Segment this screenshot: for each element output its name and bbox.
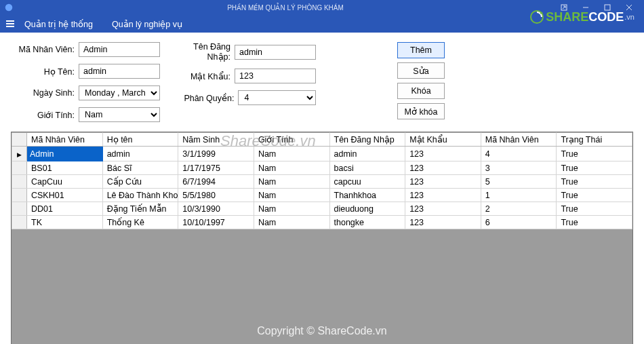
table-row[interactable]: BS01Bác Sĩ1/17/1975Nambacsi1233True bbox=[12, 161, 632, 175]
label-tendn: Tên Đăng Nhập: bbox=[174, 42, 230, 62]
app-icon bbox=[4, 3, 14, 12]
select-phanquyen[interactable]: 4 bbox=[238, 90, 316, 105]
svg-rect-8 bbox=[6, 26, 14, 27]
input-hoten[interactable] bbox=[79, 64, 160, 79]
sua-button[interactable]: Sửa bbox=[397, 62, 445, 79]
table-cell[interactable]: DD01 bbox=[27, 202, 103, 216]
table-cell[interactable]: 10/3/1990 bbox=[178, 202, 254, 216]
table-row[interactable]: TKThống Kê10/10/1997Namthongke1236True bbox=[12, 216, 632, 229]
table-cell[interactable]: dieuduong bbox=[329, 202, 405, 216]
table-cell[interactable]: Nam bbox=[254, 216, 329, 229]
input-tendn[interactable] bbox=[235, 45, 316, 60]
table-cell[interactable]: bacsi bbox=[329, 161, 405, 175]
table-cell[interactable]: 3 bbox=[481, 161, 557, 175]
label-gioitinh: Giới Tính: bbox=[18, 110, 75, 120]
menu-icon[interactable] bbox=[5, 19, 15, 28]
input-manv[interactable] bbox=[79, 42, 160, 57]
table-cell[interactable]: BS01 bbox=[27, 161, 103, 175]
table-cell[interactable]: 6 bbox=[481, 216, 557, 229]
table-cell[interactable]: admin bbox=[102, 147, 178, 161]
table-cell[interactable]: Đặng Tiến Mẫn bbox=[102, 202, 178, 216]
table-cell[interactable]: 4 bbox=[481, 147, 557, 161]
table-cell[interactable]: True bbox=[557, 202, 632, 216]
col-header[interactable]: Giới Tính bbox=[254, 133, 329, 147]
table-cell[interactable]: Cấp Cứu bbox=[102, 175, 178, 189]
table-cell[interactable]: Nam bbox=[254, 202, 329, 216]
table-cell[interactable]: True bbox=[557, 216, 632, 229]
table-cell[interactable]: CapCuu bbox=[27, 175, 103, 189]
table-cell[interactable]: Thanhkhoa bbox=[329, 189, 405, 202]
input-matkhau[interactable] bbox=[235, 69, 316, 83]
table-row[interactable]: ▶Adminadmin3/1/1999Namadmin1234True bbox=[12, 147, 632, 161]
table-cell[interactable]: Nam bbox=[254, 161, 329, 175]
table-cell[interactable]: 123 bbox=[405, 216, 481, 229]
col-header[interactable]: Mã Nhân Viên bbox=[481, 133, 557, 147]
table-cell[interactable]: 5 bbox=[481, 175, 557, 189]
select-ngaysinh[interactable]: Monday , March bbox=[79, 85, 160, 100]
khoa-button[interactable]: Khóa bbox=[397, 83, 445, 99]
table-cell[interactable]: Nam bbox=[254, 175, 329, 189]
col-header[interactable]: Họ tên bbox=[102, 133, 178, 147]
table-cell[interactable]: admin bbox=[329, 147, 405, 161]
table-row[interactable]: CSKH01Lê Đào Thành Khoa5/5/1980NamThanhk… bbox=[12, 189, 632, 202]
table-cell[interactable]: 1/17/1975 bbox=[178, 161, 254, 175]
label-phanquyen: Phân Quyền: bbox=[174, 93, 234, 103]
svg-rect-6 bbox=[6, 20, 14, 22]
col-header[interactable]: Mật Khẩu bbox=[405, 133, 481, 147]
data-grid[interactable]: Mã Nhân ViênHọ tênNăm SinhGiới TínhTên Đ… bbox=[11, 132, 633, 344]
col-header[interactable]: Tên Đăng Nhập bbox=[329, 133, 405, 147]
sharecode-logo: SHARECODE.vn bbox=[529, 9, 635, 24]
table-row[interactable]: CapCuuCấp Cứu6/7/1994Namcapcuu1235True bbox=[12, 175, 632, 189]
table-cell[interactable]: Lê Đào Thành Khoa bbox=[102, 189, 178, 202]
table-cell[interactable]: Nam bbox=[254, 189, 329, 202]
label-ngaysinh: Ngày Sinh: bbox=[18, 88, 75, 98]
table-cell[interactable]: Thống Kê bbox=[102, 216, 178, 229]
table-cell[interactable]: True bbox=[557, 147, 632, 161]
table-cell[interactable]: 2 bbox=[481, 202, 557, 216]
table-cell[interactable]: True bbox=[557, 175, 632, 189]
them-button[interactable]: Thêm bbox=[397, 42, 445, 58]
table-cell[interactable]: TK bbox=[27, 216, 103, 229]
mokhoa-button[interactable]: Mở khóa bbox=[397, 103, 445, 119]
table-cell[interactable]: Bác Sĩ bbox=[102, 161, 178, 175]
table-cell[interactable]: 123 bbox=[405, 175, 481, 189]
table-cell[interactable]: thongke bbox=[329, 216, 405, 229]
svg-rect-7 bbox=[6, 23, 14, 24]
table-cell[interactable]: 1 bbox=[481, 189, 557, 202]
select-gioitinh[interactable]: Nam bbox=[79, 107, 160, 122]
window-title: PHẦN MỀM QUẢN LÝ PHÒNG KHÁM bbox=[18, 4, 553, 12]
menu-item-business[interactable]: Quản lý nghiệp vụ bbox=[112, 19, 182, 29]
menu-item-system[interactable]: Quản trị hệ thống bbox=[24, 19, 93, 29]
table-cell[interactable]: True bbox=[557, 161, 632, 175]
table-cell[interactable]: 123 bbox=[405, 202, 481, 216]
label-manv: Mã Nhân Viên: bbox=[18, 45, 75, 54]
table-cell[interactable]: 123 bbox=[405, 161, 481, 175]
table-cell[interactable]: Admin bbox=[27, 147, 103, 161]
table-cell[interactable]: CSKH01 bbox=[27, 189, 103, 202]
table-cell[interactable]: 5/5/1980 bbox=[178, 189, 254, 202]
col-header[interactable]: Trạng Thái bbox=[557, 133, 632, 147]
table-cell[interactable]: Nam bbox=[254, 147, 329, 161]
table-header-row: Mã Nhân ViênHọ tênNăm SinhGiới TínhTên Đ… bbox=[12, 133, 632, 147]
table-cell[interactable]: capcuu bbox=[329, 175, 405, 189]
col-header[interactable]: Mã Nhân Viên bbox=[27, 133, 103, 147]
table-cell[interactable]: 6/7/1994 bbox=[178, 175, 254, 189]
svg-point-0 bbox=[5, 4, 13, 12]
table-cell[interactable]: 123 bbox=[405, 189, 481, 202]
label-matkhau: Mật Khẩu: bbox=[174, 71, 230, 81]
table-cell[interactable]: True bbox=[557, 189, 632, 202]
table-cell[interactable]: 3/1/1999 bbox=[178, 147, 254, 161]
label-hoten: Họ Tên: bbox=[18, 66, 75, 77]
col-header[interactable]: Năm Sinh bbox=[178, 133, 254, 147]
table-cell[interactable]: 123 bbox=[405, 147, 481, 161]
form-area: Mã Nhân Viên: Họ Tên: Ngày Sinh: Monday … bbox=[0, 33, 644, 128]
table-row[interactable]: DD01Đặng Tiến Mẫn10/3/1990Namdieuduong12… bbox=[12, 202, 632, 216]
table-cell[interactable]: 10/10/1997 bbox=[178, 216, 254, 229]
